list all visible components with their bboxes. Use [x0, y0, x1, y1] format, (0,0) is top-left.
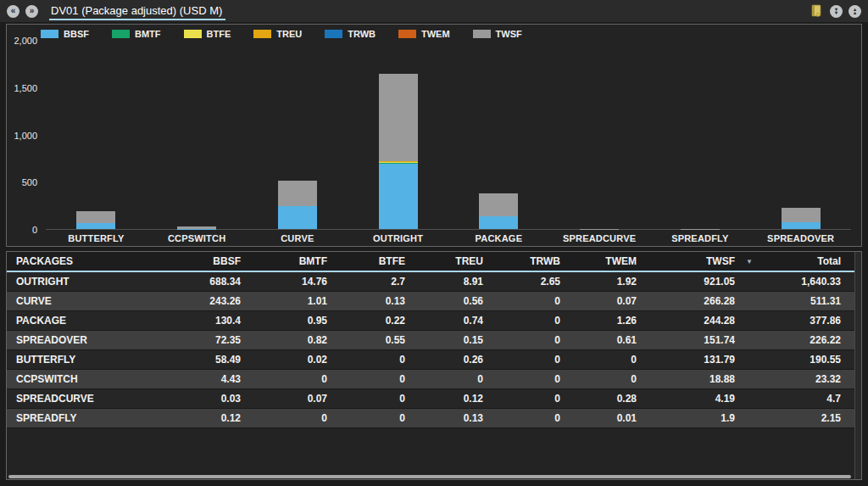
- legend-swatch-icon: [473, 30, 491, 38]
- table-body: OUTRIGHT688.3414.762.78.912.651.92921.05…: [7, 272, 861, 428]
- legend-item-btfe[interactable]: BTFE: [184, 29, 231, 39]
- stacked-bar-package[interactable]: [479, 193, 518, 229]
- column-header-packages[interactable]: PACKAGES: [7, 252, 168, 271]
- table-row-butterfly[interactable]: BUTTERFLY58.490.0200.2600131.79190.55: [7, 350, 854, 370]
- column-header-total[interactable]: Total: [764, 252, 854, 271]
- table-cell-trwb: 0: [483, 389, 560, 408]
- column-header-bbsf[interactable]: BBSF: [168, 252, 241, 271]
- column-header-bmtf[interactable]: BMTF: [241, 252, 327, 271]
- table-row-spreadcurve[interactable]: SPREADCURVE0.030.0700.1200.284.194.7: [7, 389, 854, 409]
- table-row-spreadfly[interactable]: SPREADFLY0.12000.1300.011.92.15: [7, 409, 854, 428]
- legend-item-twem[interactable]: TWEM: [398, 29, 450, 39]
- chevrons-down-icon: ▾▾: [835, 8, 837, 14]
- x-axis-label-spreadcurve: SPREADCURVE: [549, 233, 650, 245]
- collapse-all-button[interactable]: ▾▾: [830, 5, 843, 18]
- bar-segment-bbsf[interactable]: [479, 216, 518, 229]
- bar-slot-butterfly: [46, 41, 147, 229]
- stacked-bar-ccpswitch[interactable]: [177, 226, 216, 229]
- bar-segment-bbsf[interactable]: [278, 206, 317, 229]
- table-cell-packages: SPREADFLY: [7, 409, 168, 427]
- stacked-bar-outright[interactable]: [379, 74, 418, 229]
- bar-segment-twsf[interactable]: [782, 208, 821, 222]
- table-cell-bmtf: 0: [241, 409, 327, 427]
- expand-all-button[interactable]: ▴▴: [849, 5, 861, 18]
- scroll-tabs-right-button[interactable]: »: [25, 5, 38, 18]
- column-header-label: TREU: [455, 255, 483, 267]
- table-cell-trwb: 0: [483, 409, 560, 427]
- y-axis: 2,0001,5001,0005000: [7, 25, 41, 246]
- table-cell-btfe: 0.13: [327, 292, 405, 310]
- table-cell-packages: CCPSWITCH: [7, 370, 168, 388]
- table-cell-btfe: 0.55: [327, 331, 405, 349]
- vertical-scrollbar[interactable]: [854, 252, 861, 479]
- table-row-outright[interactable]: OUTRIGHT688.3414.762.78.912.651.92921.05…: [7, 272, 854, 292]
- x-axis-label-butterfly: BUTTERFLY: [46, 233, 147, 245]
- table-cell-bbsf: 58.49: [168, 350, 241, 369]
- column-header-twsf[interactable]: TWSF▼: [637, 252, 764, 271]
- stacked-bar-spreadover[interactable]: [782, 208, 821, 229]
- table-cell-twsf: 266.28: [637, 292, 764, 310]
- scroll-tabs-left-button[interactable]: «: [7, 5, 19, 18]
- stacked-bar-curve[interactable]: [278, 181, 317, 229]
- x-axis-label-curve: CURVE: [248, 233, 348, 245]
- legend-item-trwb[interactable]: TRWB: [325, 29, 376, 39]
- stacked-bar-butterfly[interactable]: [76, 211, 115, 229]
- table-cell-total: 190.55: [764, 350, 854, 369]
- table-cell-treu: 0.12: [405, 389, 483, 408]
- table-cell-btfe: 0: [327, 350, 405, 369]
- legend-label: TWEM: [421, 29, 450, 39]
- horizontal-scrollbar-thumb[interactable]: [8, 475, 851, 478]
- column-header-label: TRWB: [530, 255, 560, 267]
- x-axis-label-spreadfly: SPREADFLY: [650, 233, 751, 245]
- legend-label: TRWB: [348, 29, 376, 39]
- bar-segment-twsf[interactable]: [479, 193, 518, 216]
- legend-item-bbsf[interactable]: BBSF: [41, 29, 89, 39]
- legend-label: BMTF: [135, 29, 161, 39]
- column-header-label: BTFE: [379, 255, 405, 267]
- table-cell-twem: 0.07: [560, 292, 637, 310]
- table-cell-bmtf: 0.82: [241, 331, 327, 349]
- table-row-package[interactable]: PACKAGE130.40.950.220.7401.26244.28377.8…: [7, 311, 854, 331]
- table-row-curve[interactable]: CURVE243.261.010.130.5600.07266.28511.31: [7, 292, 854, 311]
- sort-desc-icon[interactable]: ▼: [735, 258, 764, 265]
- tab-dv01[interactable]: DV01 (Package adjusted) (USD M): [49, 2, 225, 20]
- bar-slot-spreadcurve: [549, 41, 650, 229]
- table-cell-twem: 0: [560, 370, 637, 388]
- column-header-treu[interactable]: TREU: [405, 252, 483, 271]
- packages-table-panel: PACKAGESBBSFBMTFBTFETREUTRWBTWEMTWSF▼Tot…: [6, 251, 862, 480]
- bar-slot-spreadfly: [650, 41, 751, 229]
- bar-segment-bbsf[interactable]: [379, 164, 418, 229]
- table-header-row: PACKAGESBBSFBMTFBTFETREUTRWBTWEMTWSF▼Tot…: [7, 252, 854, 272]
- export-button[interactable]: [809, 3, 824, 19]
- table-cell-packages: OUTRIGHT: [7, 272, 168, 291]
- table-cell-trwb: 0: [483, 292, 560, 310]
- chevrons-left-icon: «: [11, 7, 16, 15]
- y-tick-label: 1,500: [7, 82, 37, 94]
- bar-segment-twsf[interactable]: [278, 181, 317, 206]
- column-header-trwb[interactable]: TRWB: [483, 252, 560, 271]
- table-cell-twem: 0.28: [560, 389, 637, 408]
- bar-segment-bbsf[interactable]: [76, 223, 115, 229]
- table-cell-treu: 0.26: [405, 350, 483, 369]
- y-tick-label: 1,000: [7, 130, 37, 142]
- table-cell-btfe: 0.22: [327, 311, 405, 330]
- table-cell-bbsf: 688.34: [168, 272, 241, 291]
- table-cell-total: 2.15: [764, 409, 854, 427]
- table-cell-packages: SPREADOVER: [7, 331, 168, 349]
- table-cell-bbsf: 4.43: [168, 370, 241, 388]
- legend-item-bmtf[interactable]: BMTF: [112, 29, 161, 39]
- table-row-spreadover[interactable]: SPREADOVER72.350.820.550.1500.61151.7422…: [7, 331, 854, 350]
- legend-item-twsf[interactable]: TWSF: [473, 29, 522, 39]
- legend-swatch-icon: [184, 30, 202, 38]
- legend-item-treu[interactable]: TREU: [253, 29, 302, 39]
- column-header-btfe[interactable]: BTFE: [327, 252, 405, 271]
- table-cell-bbsf: 0.12: [168, 409, 241, 427]
- bar-segment-twsf[interactable]: [76, 211, 115, 224]
- table-cell-packages: SPREADCURVE: [7, 389, 168, 408]
- bar-segment-twsf[interactable]: [379, 74, 418, 161]
- column-header-label: TWEM: [605, 255, 637, 267]
- column-header-twem[interactable]: TWEM: [560, 252, 637, 271]
- table-cell-trwb: 0: [483, 311, 560, 330]
- bar-segment-bbsf[interactable]: [782, 222, 821, 229]
- table-row-ccpswitch[interactable]: CCPSWITCH4.430000018.8823.32: [7, 370, 854, 389]
